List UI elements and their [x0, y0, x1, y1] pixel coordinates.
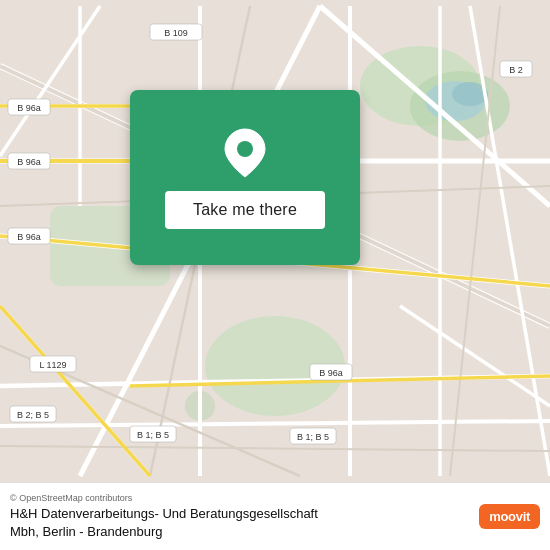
take-me-there-button[interactable]: Take me there — [165, 191, 325, 229]
svg-text:B 96a: B 96a — [17, 232, 41, 242]
svg-text:B 96a: B 96a — [17, 157, 41, 167]
svg-text:B 1; B 5: B 1; B 5 — [297, 432, 329, 442]
svg-text:B 109: B 109 — [164, 28, 188, 38]
info-bar: © OpenStreetMap contributors H&H Datenve… — [0, 482, 550, 550]
location-card: Take me there — [130, 90, 360, 265]
app-container: B 109 B 2 B 96a B 96a B 96a L 1129 B 96a… — [0, 0, 550, 550]
svg-text:L 1129: L 1129 — [39, 360, 66, 370]
svg-text:B 2: B 2 — [509, 65, 523, 75]
svg-text:B 2; B 5: B 2; B 5 — [17, 410, 49, 420]
moovit-logo: moovit — [479, 504, 540, 529]
map-area: B 109 B 2 B 96a B 96a B 96a L 1129 B 96a… — [0, 0, 550, 482]
business-name: H&H Datenverarbeitungs- Und Beratungsges… — [10, 505, 350, 540]
svg-text:B 96a: B 96a — [17, 103, 41, 113]
moovit-brand: moovit — [479, 504, 540, 529]
info-left: © OpenStreetMap contributors H&H Datenve… — [10, 493, 469, 540]
svg-text:B 96a: B 96a — [319, 368, 343, 378]
svg-point-55 — [237, 141, 253, 157]
map-attribution: © OpenStreetMap contributors — [10, 493, 469, 503]
svg-text:B 1; B 5: B 1; B 5 — [137, 430, 169, 440]
pin-icon — [223, 127, 267, 179]
